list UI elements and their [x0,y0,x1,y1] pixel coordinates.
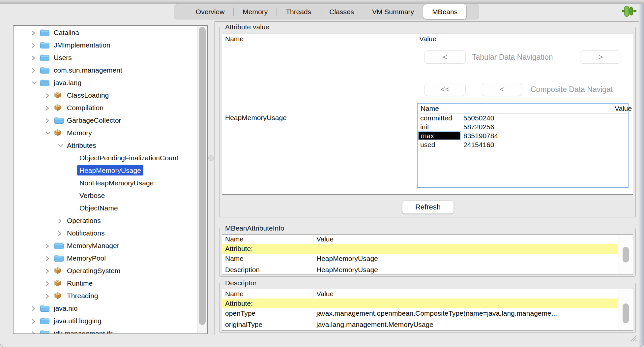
tree-item-users[interactable]: Users [14,51,197,64]
composite-column-header-name: Name [421,104,439,113]
mbean-icon [54,292,61,300]
composite-rows: committed55050240init58720256max83519078… [418,113,628,149]
composite-cell-name[interactable]: init [418,122,461,131]
chevron-right-icon[interactable] [57,218,62,226]
tree-item-memorypool[interactable]: MemoryPool [14,252,197,265]
tabular-prev-button[interactable]: < [424,50,466,64]
tree-item-java-util-logging[interactable]: java.util.logging [14,315,197,327]
descriptor-scrollbar-thumb[interactable] [623,303,629,323]
chevron-right-icon[interactable] [45,105,50,113]
chevron-right-icon[interactable] [31,305,36,313]
info-scrollbar[interactable] [619,235,632,274]
attribute-row-name[interactable]: HeapMemoryUsage [225,113,287,123]
folder-icon [54,254,64,264]
chevron-right-icon[interactable] [31,42,36,50]
tree-item-operatingsystem[interactable]: OperatingSystem [14,265,197,277]
composite-row-init[interactable]: init58720256 [418,122,628,131]
chevron-right-icon[interactable] [45,280,50,288]
info-cell-name: Attribute: [225,299,253,308]
tree-item-label: jdk.management.jfr [54,327,113,333]
chevron-right-icon[interactable] [45,92,50,100]
chevron-right-icon[interactable] [45,243,50,251]
composite-cell-value[interactable]: 55050240 [463,113,494,122]
tree-item-objectpendingfinalizationcount[interactable]: ObjectPendingFinalizationCount [14,152,197,164]
chevron-right-icon[interactable] [45,293,50,301]
composite-prev-button[interactable]: < [482,83,522,96]
tree-item-jdk-management-jfr[interactable]: jdk.management.jfr [14,327,197,333]
tree-item-catalina[interactable]: Catalina [14,26,197,39]
composite-cell-name[interactable]: used [418,140,461,149]
chevron-down-icon[interactable] [45,131,51,137]
chevron-right-icon[interactable] [31,67,36,75]
tree-item-java-nio[interactable]: java.nio [14,302,197,315]
tree-item-label: MemoryManager [67,239,119,252]
tree-item-runtime[interactable]: Runtime [14,277,197,290]
tree-item-jmimplementation[interactable]: JMImplementation [14,39,197,51]
mbean-attribute-info-group: MBeanAttributeInfo Name Value Attribute:… [219,228,636,277]
composite-cell-name[interactable]: committed [418,113,461,122]
column-header-value: Value [316,289,334,299]
tree-item-attributes[interactable]: Attributes [14,139,197,152]
mbean-icon [54,104,61,112]
mbean-attribute-info-title: MBeanAttributeInfo [223,224,287,233]
window-edge-shading [639,4,644,347]
tree-item-label: java.nio [54,302,77,315]
composite-first-button[interactable]: << [424,83,466,96]
descriptor-scrollbar[interactable] [619,290,632,330]
info-cell-value: HeapMemoryUsage [316,264,617,274]
composite-cell-value[interactable]: 58720256 [463,122,494,131]
chevron-down-icon[interactable] [57,143,64,150]
refresh-button[interactable]: Refresh [402,201,454,214]
composite-cell-value[interactable]: 835190784 [463,131,498,140]
composite-row-used[interactable]: used24154160 [418,140,628,149]
mbean-tree-panel: CatalinaJMImplementationUserscom.sun.man… [13,25,208,334]
tree-item-label: JMImplementation [54,39,110,51]
tree-item-memorymanager[interactable]: MemoryManager [14,239,197,252]
tab-vm-summary[interactable]: VM Summary [363,4,423,19]
chevron-right-icon[interactable] [31,331,36,333]
tree-item-verbose[interactable]: Verbose [14,189,197,202]
info-row-opentype: openTypejavax.management.openmbean.Compo… [222,308,618,318]
tree-item-garbagecollector[interactable]: GarbageCollector [14,114,197,127]
tree-item-objectname[interactable]: ObjectName [14,202,197,214]
mbean-icon [54,129,61,138]
composite-cell-name[interactable]: max [418,131,461,140]
split-pane-handle[interactable] [208,155,214,161]
window-resize-grip[interactable] [629,333,637,343]
chevron-right-icon[interactable] [45,255,50,263]
info-cell-name: openType [225,308,255,318]
tree-item-threading[interactable]: Threading [14,290,197,302]
tree-item-notifications[interactable]: Notifications [14,227,197,239]
chevron-right-icon[interactable] [57,230,62,238]
tree-scrollbar-thumb[interactable] [199,27,206,325]
chevron-right-icon[interactable] [31,55,36,63]
tree-item-memory[interactable]: Memory [14,127,197,139]
tree-item-classloading[interactable]: ClassLoading [14,89,197,102]
tab-classes[interactable]: Classes [320,4,363,19]
mbean-icon [54,279,61,288]
tab-mbeans[interactable]: MBeans [423,4,466,19]
tree-item-compilation[interactable]: Compilation [14,102,197,114]
composite-cell-value[interactable]: 24154160 [463,140,494,149]
info-scrollbar-thumb[interactable] [623,247,629,263]
tree-item-label: HeapMemoryUsage [77,165,143,175]
tree-item-operations[interactable]: Operations [14,214,197,227]
tabular-next-button[interactable]: > [580,50,621,64]
tree-item-label: Memory [67,127,92,139]
tree-scrollbar[interactable] [197,26,207,333]
tree-item-com-sun-management[interactable]: com.sun.management [14,64,197,77]
chevron-right-icon[interactable] [45,268,50,276]
tab-threads[interactable]: Threads [277,4,320,19]
chevron-right-icon[interactable] [31,318,36,326]
chevron-right-icon[interactable] [45,117,50,125]
tab-memory[interactable]: Memory [234,4,277,19]
tree-item-java-lang[interactable]: java.lang [14,77,197,89]
chevron-right-icon[interactable] [31,30,36,38]
composite-row-committed[interactable]: committed55050240 [418,113,628,122]
chevron-down-icon[interactable] [31,81,38,87]
tab-overview[interactable]: Overview [187,4,234,19]
tree-item-nonheapmemoryusage[interactable]: NonHeapMemoryUsage [14,177,197,189]
composite-row-max[interactable]: max835190784 [418,131,628,140]
info-cell-name: Attribute: [225,244,253,254]
tree-item-heapmemoryusage[interactable]: HeapMemoryUsage [14,164,197,177]
